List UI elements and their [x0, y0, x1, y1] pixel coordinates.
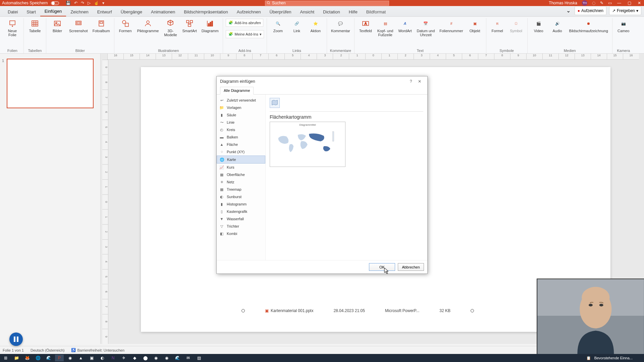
category-label: Karte: [227, 158, 236, 162]
category-icon: ▬: [219, 135, 224, 139]
chart-category-karte[interactable]: 🌐Karte: [217, 156, 265, 164]
category-label: Treemap: [227, 187, 241, 191]
category-icon: ◴: [219, 127, 224, 132]
chart-preview-title: Flächenkartogramm: [270, 114, 423, 120]
taskbar-obs[interactable]: ⬤: [141, 355, 150, 361]
chart-category-treemap[interactable]: ▦Treemap: [217, 186, 265, 193]
chart-category-flche[interactable]: ▲Fläche: [217, 141, 265, 148]
chart-category-oberflche[interactable]: ▦Oberfläche: [217, 171, 265, 178]
category-icon: 📈: [219, 165, 224, 170]
category-label: Vorlagen: [227, 106, 241, 110]
taskbar-app-2[interactable]: ▣: [87, 355, 96, 361]
start-button[interactable]: ⊞: [1, 355, 10, 361]
chart-category-zuletztverwendet[interactable]: ↩Zuletzt verwendet: [217, 97, 265, 104]
taskbar-mail[interactable]: ✉: [184, 355, 193, 361]
category-icon: 🌐: [220, 157, 224, 162]
language-indicator[interactable]: Deutsch (Österreich): [31, 348, 64, 352]
world-map-icon: [273, 127, 338, 159]
dialog-close-button[interactable]: ✕: [415, 79, 424, 84]
category-icon: ◧: [219, 231, 224, 236]
category-icon: ▦: [219, 172, 224, 177]
chart-category-kurs[interactable]: 📈Kurs: [217, 164, 265, 171]
windows-taskbar: ⊞ 📁 🦊 🌐 🌊 P ◉ ▲ ▣ ◐ N ✈ ◆ ⬤ ◉ ◉ 🌊 ✉ ▤ 📋 …: [0, 354, 644, 362]
category-icon: ▲: [219, 142, 224, 147]
chart-category-punktxy[interactable]: ⁘Punkt (XY): [217, 148, 265, 156]
taskbar-app-5[interactable]: ◉: [152, 355, 160, 361]
chart-category-sunburst[interactable]: ◐Sunburst: [217, 193, 265, 200]
category-icon: ▮: [219, 202, 224, 206]
chart-category-balken[interactable]: ▬Balken: [217, 133, 265, 141]
tray-notification-text[interactable]: Bevorstehende Einna...: [594, 356, 633, 360]
svg-point-36: [589, 304, 593, 306]
chart-preview-mini-title: Diagrammtitel: [271, 123, 344, 126]
chart-category-kreis[interactable]: ◴Kreis: [217, 126, 265, 133]
chart-category-wasserfall[interactable]: ▼Wasserfall: [217, 215, 265, 223]
slide-count[interactable]: Folie 1 von 1: [3, 348, 24, 352]
chart-category-kastengrafik[interactable]: ▯Kastengrafik: [217, 208, 265, 215]
chart-category-list[interactable]: ↩Zuletzt verwendet📁Vorlagen▮Säule〜Linie◴…: [217, 95, 265, 260]
chart-category-histogramm[interactable]: ▮Histogramm: [217, 200, 265, 208]
accessibility-icon: ♿: [71, 348, 76, 352]
category-label: Netz: [227, 180, 234, 184]
webcam-overlay: [537, 279, 644, 354]
category-icon: ▯: [219, 209, 224, 214]
category-label: Zuletzt verwendet: [227, 98, 256, 102]
chart-preview-thumbnail[interactable]: Diagrammtitel: [270, 122, 345, 167]
category-icon: ▮: [219, 113, 224, 117]
dialog-title-bar[interactable]: Diagramm einfügen ? ✕: [217, 76, 427, 86]
category-icon: ◐: [219, 194, 224, 199]
taskbar-edge[interactable]: 🌊: [44, 355, 53, 361]
taskbar-edge-2[interactable]: 🌊: [173, 355, 182, 361]
dialog-tab-all-charts[interactable]: Alle Diagramme: [220, 87, 254, 95]
chart-preview-pane: Flächenkartogramm Diagrammtitel: [265, 95, 427, 260]
category-label: Linie: [227, 120, 234, 124]
taskbar-onenote[interactable]: N: [109, 355, 117, 361]
tray-notification-icon[interactable]: 📋: [586, 356, 591, 360]
taskbar-app-4[interactable]: ◆: [130, 355, 139, 361]
taskbar-app-3[interactable]: ◐: [98, 355, 107, 361]
chart-category-netz[interactable]: ✳Netz: [217, 178, 265, 186]
category-label: Wasserfall: [227, 217, 244, 221]
dialog-title: Diagramm einfügen: [220, 79, 255, 84]
taskbar-powerpoint[interactable]: P: [55, 355, 64, 361]
category-label: Sunburst: [227, 195, 241, 199]
chart-category-trichter[interactable]: ▽Trichter: [217, 223, 265, 230]
taskbar-firefox[interactable]: 🦊: [23, 355, 32, 361]
taskbar-app-7[interactable]: ▤: [195, 355, 203, 361]
category-label: Kastengrafik: [227, 209, 247, 214]
svg-rect-31: [333, 132, 334, 141]
chart-category-kombi[interactable]: ◧Kombi: [217, 230, 265, 237]
category-label: Oberfläche: [227, 173, 245, 177]
category-icon: ▽: [219, 224, 224, 229]
category-icon: 📁: [219, 105, 224, 110]
recording-pause-button[interactable]: [9, 333, 23, 346]
ok-button[interactable]: OK: [369, 263, 395, 271]
category-label: Histogramm: [227, 202, 247, 206]
taskbar-telegram[interactable]: ✈: [119, 355, 128, 361]
chart-subtype-filled-map[interactable]: [270, 98, 280, 108]
accessibility-checker[interactable]: ♿Barrierefreiheit: Untersuchen: [71, 348, 124, 352]
taskbar-vlc[interactable]: ▲: [76, 355, 85, 361]
chart-category-vorlagen[interactable]: 📁Vorlagen: [217, 104, 265, 111]
svg-point-37: [599, 304, 603, 306]
category-icon: ⁘: [219, 149, 224, 154]
category-label: Punkt (XY): [227, 150, 245, 154]
category-icon: ▼: [219, 217, 224, 221]
chart-category-linie[interactable]: 〜Linie: [217, 119, 265, 126]
category-label: Kurs: [227, 165, 234, 169]
taskbar-app-1[interactable]: ◉: [66, 355, 74, 361]
category-icon: 〜: [219, 120, 224, 125]
taskbar-explorer[interactable]: 📁: [12, 355, 21, 361]
category-icon: ✳: [219, 180, 224, 184]
dialog-help-button[interactable]: ?: [407, 79, 415, 84]
category-label: Kreis: [227, 128, 235, 132]
category-label: Kombi: [227, 232, 237, 236]
presenter-video: [537, 279, 644, 354]
category-label: Fläche: [227, 142, 238, 146]
chart-category-sule[interactable]: ▮Säule: [217, 111, 265, 119]
taskbar-chrome[interactable]: 🌐: [34, 355, 42, 361]
cancel-button[interactable]: Abbrechen: [398, 263, 424, 271]
svg-point-35: [582, 287, 609, 308]
taskbar-app-6[interactable]: ◉: [162, 355, 171, 361]
category-icon: ▦: [219, 187, 224, 192]
